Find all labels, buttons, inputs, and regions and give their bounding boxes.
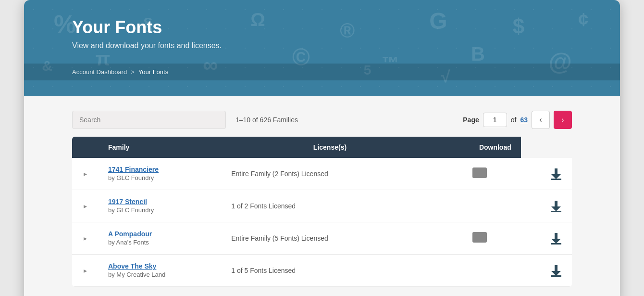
svg-rect-0 bbox=[555, 168, 557, 174]
font-foundry: by GLC Foundry bbox=[108, 206, 154, 214]
license-icon-cell bbox=[438, 222, 521, 255]
svg-rect-5 bbox=[551, 211, 561, 212]
svg-rect-8 bbox=[551, 243, 561, 245]
header-banner: % π § ∞ Ω © ® ™ G B $ @ ¢ & 5 √ Your Fon… bbox=[24, 0, 620, 96]
download-icon bbox=[550, 264, 562, 277]
svg-rect-11 bbox=[551, 275, 561, 277]
page-subtitle: View and download your fonts and license… bbox=[72, 41, 572, 50]
svg-rect-3 bbox=[555, 201, 557, 206]
toolbar-left: 1–10 of 626 Families bbox=[72, 111, 298, 129]
expand-button[interactable]: ▸ bbox=[82, 232, 89, 244]
license-text: Entire Family (5 Fonts) Licensed bbox=[231, 234, 328, 242]
download-cell bbox=[521, 255, 572, 287]
license-display-icon bbox=[472, 167, 487, 178]
license-text-cell: 1 of 5 Fonts Licensed bbox=[222, 255, 438, 287]
svg-marker-1 bbox=[551, 174, 561, 179]
main-window: % π § ∞ Ω © ® ™ G B $ @ ¢ & 5 √ Your Fon… bbox=[24, 0, 620, 296]
license-icon-cell bbox=[438, 190, 521, 222]
page-title: Your Fonts bbox=[72, 17, 572, 38]
page-of-label: of bbox=[511, 116, 517, 124]
svg-rect-2 bbox=[551, 179, 561, 180]
table-row: ▸ 1917 Stencil by GLC Foundry 1 of 2 Fon… bbox=[72, 190, 572, 222]
expand-cell: ▸ bbox=[72, 222, 99, 255]
download-button[interactable] bbox=[550, 200, 562, 212]
download-cell bbox=[521, 222, 572, 255]
font-name-link[interactable]: Above The Sky bbox=[108, 262, 212, 270]
font-name-link[interactable]: A Pompadour bbox=[108, 230, 212, 238]
results-info: 1–10 of 626 Families bbox=[235, 116, 298, 124]
breadcrumb: Account Dashboard > Your Fonts bbox=[24, 64, 620, 80]
next-page-button[interactable]: › bbox=[554, 111, 572, 129]
expand-cell: ▸ bbox=[72, 158, 99, 190]
font-foundry: by Ana's Fonts bbox=[108, 239, 149, 246]
main-content: 1–10 of 626 Families Page of 63 ‹ › Fami… bbox=[24, 96, 620, 296]
fonts-table: Family License(s) Download ▸ 1741 Financ… bbox=[72, 137, 572, 287]
font-foundry: by My Creative Land bbox=[108, 271, 165, 278]
license-icon-cell bbox=[438, 158, 521, 190]
breadcrumb-home[interactable]: Account Dashboard bbox=[72, 68, 127, 76]
license-text: Entire Family (2 Fonts) Licensed bbox=[231, 170, 328, 178]
table-body: ▸ 1741 Financiere by GLC Foundry Entire … bbox=[72, 158, 572, 287]
download-icon bbox=[550, 167, 562, 180]
family-cell: Above The Sky by My Creative Land bbox=[99, 255, 222, 287]
table-row: ▸ Above The Sky by My Creative Land 1 of… bbox=[72, 255, 572, 287]
expand-button[interactable]: ▸ bbox=[82, 200, 89, 212]
family-cell: 1917 Stencil by GLC Foundry bbox=[99, 190, 222, 222]
svg-rect-6 bbox=[555, 233, 557, 239]
col-download: Download bbox=[438, 137, 521, 158]
download-icon bbox=[550, 200, 562, 212]
search-input[interactable] bbox=[72, 111, 226, 129]
license-text-cell: Entire Family (5 Fonts) Licensed bbox=[222, 222, 438, 255]
download-button[interactable] bbox=[550, 264, 562, 277]
download-icon bbox=[550, 232, 562, 245]
page-label: Page bbox=[463, 116, 479, 124]
page-number-input[interactable] bbox=[483, 113, 507, 127]
license-text-cell: 1 of 2 Fonts Licensed bbox=[222, 190, 438, 222]
svg-marker-10 bbox=[551, 271, 561, 276]
col-family: Family bbox=[99, 137, 222, 158]
license-icon-cell bbox=[438, 255, 521, 287]
expand-button[interactable]: ▸ bbox=[82, 265, 89, 276]
font-foundry: by GLC Foundry bbox=[108, 174, 154, 181]
table-header: Family License(s) Download bbox=[72, 137, 572, 158]
download-cell bbox=[521, 190, 572, 222]
toolbar: 1–10 of 626 Families Page of 63 ‹ › bbox=[72, 111, 572, 129]
table-row: ▸ 1741 Financiere by GLC Foundry Entire … bbox=[72, 158, 572, 190]
license-text-cell: Entire Family (2 Fonts) Licensed bbox=[222, 158, 438, 190]
page-total[interactable]: 63 bbox=[520, 116, 528, 124]
family-cell: 1741 Financiere by GLC Foundry bbox=[99, 158, 222, 190]
license-text: 1 of 5 Fonts Licensed bbox=[231, 267, 296, 274]
license-display-icon bbox=[472, 232, 487, 243]
download-button[interactable] bbox=[550, 232, 562, 245]
svg-marker-7 bbox=[551, 239, 561, 244]
breadcrumb-current: Your Fonts bbox=[138, 68, 168, 76]
family-cell: A Pompadour by Ana's Fonts bbox=[99, 222, 222, 255]
expand-cell: ▸ bbox=[72, 190, 99, 222]
breadcrumb-separator: > bbox=[131, 68, 135, 76]
prev-page-button[interactable]: ‹ bbox=[532, 111, 550, 129]
expand-button[interactable]: ▸ bbox=[82, 168, 89, 180]
download-button[interactable] bbox=[550, 167, 562, 180]
expand-cell: ▸ bbox=[72, 255, 99, 287]
font-name-link[interactable]: 1741 Financiere bbox=[108, 166, 212, 173]
svg-rect-9 bbox=[555, 265, 557, 271]
download-cell bbox=[521, 158, 572, 190]
col-licenses: License(s) bbox=[222, 137, 438, 158]
table-row: ▸ A Pompadour by Ana's Fonts Entire Fami… bbox=[72, 222, 572, 255]
license-text: 1 of 2 Fonts Licensed bbox=[231, 202, 296, 210]
font-name-link[interactable]: 1917 Stencil bbox=[108, 198, 212, 206]
pagination: Page of 63 ‹ › bbox=[463, 111, 572, 129]
svg-marker-4 bbox=[551, 206, 561, 211]
